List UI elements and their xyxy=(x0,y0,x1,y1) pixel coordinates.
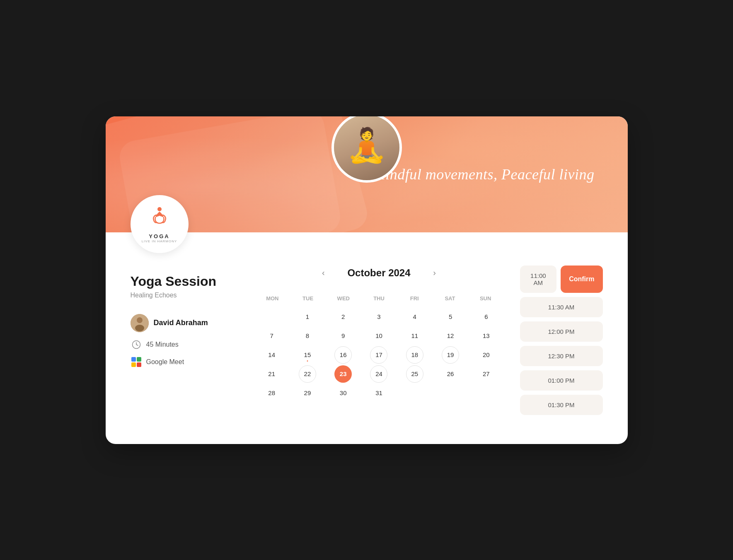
day-cell[interactable]: 12 xyxy=(442,327,459,345)
day-cell[interactable]: 20 xyxy=(477,346,495,364)
yoga-people-image xyxy=(334,116,399,180)
booking-card: YOGA Live in Harmony Mindful movements, … xyxy=(106,116,628,444)
instructor-avatar-banner xyxy=(331,116,402,183)
day-cell[interactable]: 5 xyxy=(442,308,459,326)
time-slot-1230[interactable]: 12:30 PM xyxy=(520,346,603,366)
day-cell-today[interactable]: 15 xyxy=(299,346,316,364)
weekday-sun: SUN xyxy=(468,292,503,305)
main-content: Yoga Session Healing Echoes David Abraha… xyxy=(106,232,628,444)
platform-row: Google Meet xyxy=(131,356,238,368)
day-cell-available[interactable]: 24 xyxy=(370,365,387,383)
time-slot-confirm-row: 11:00 AM Confirm xyxy=(520,266,603,293)
avatar xyxy=(131,314,149,332)
calendar-weekdays: MON TUE WED THU FRI SAT SUN xyxy=(255,292,503,305)
google-meet-icon xyxy=(131,356,142,368)
logo-text: YOGA xyxy=(149,233,169,239)
svg-point-2 xyxy=(137,317,143,323)
time-slot-1130[interactable]: 11:30 AM xyxy=(520,297,603,317)
day-cell[interactable]: 28 xyxy=(263,384,281,402)
weekday-wed: WED xyxy=(326,292,361,305)
day-cell-available[interactable]: 17 xyxy=(370,346,387,364)
time-slot-0130[interactable]: 01:30 PM xyxy=(520,395,603,415)
day-cell[interactable]: 4 xyxy=(406,308,423,326)
clock-icon xyxy=(131,339,142,350)
day-cell[interactable]: 31 xyxy=(370,384,387,402)
time-slot-1200[interactable]: 12:00 PM xyxy=(520,321,603,342)
day-cell[interactable]: 1 xyxy=(299,308,316,326)
day-cell[interactable]: 30 xyxy=(334,384,352,402)
time-slots-panel: 11:00 AM Confirm 11:30 AM 12:00 PM 12:30… xyxy=(520,266,603,419)
session-subtitle: Healing Echoes xyxy=(131,292,238,299)
duration-row: 45 Minutes xyxy=(131,339,238,350)
svg-point-0 xyxy=(157,207,162,211)
logo-circle: YOGA Live in Harmony xyxy=(131,195,189,253)
prev-month-button[interactable]: ‹ xyxy=(316,266,331,280)
day-cell-available[interactable]: 19 xyxy=(442,346,459,364)
weekday-mon: MON xyxy=(255,292,290,305)
instructor-name: David Abraham xyxy=(154,319,208,327)
day-cell[interactable]: 26 xyxy=(442,365,459,383)
yoga-logo-icon xyxy=(148,205,171,232)
day-cell[interactable]: 11 xyxy=(406,327,423,345)
day-cell-empty xyxy=(263,308,281,326)
day-cell-available[interactable]: 18 xyxy=(406,346,423,364)
day-cell[interactable]: 3 xyxy=(370,308,387,326)
next-month-button[interactable]: › xyxy=(427,266,442,280)
weekday-thu: THU xyxy=(361,292,397,305)
time-slot-0100[interactable]: 01:00 PM xyxy=(520,370,603,391)
day-cell[interactable]: 21 xyxy=(263,365,281,383)
calendar-grid: MON TUE WED THU FRI SAT SUN 1 2 3 4 5 6 xyxy=(255,292,503,402)
session-title: Yoga Session xyxy=(131,274,238,289)
left-panel: Yoga Session Healing Echoes David Abraha… xyxy=(131,266,238,419)
confirm-button[interactable]: Confirm xyxy=(561,266,602,293)
calendar-month-year: October 2024 xyxy=(347,267,410,279)
svg-point-3 xyxy=(135,325,144,331)
day-cell[interactable]: 27 xyxy=(477,365,495,383)
weekday-tue: TUE xyxy=(290,292,326,305)
calendar-section: ‹ October 2024 › MON TUE WED THU FRI SAT… xyxy=(255,266,503,419)
day-cell[interactable]: 29 xyxy=(299,384,316,402)
time-slot-selected-label[interactable]: 11:00 AM xyxy=(520,266,557,293)
day-cell-empty xyxy=(406,384,423,402)
day-cell-empty xyxy=(477,384,495,402)
duration-text: 45 Minutes xyxy=(146,341,179,348)
day-cell[interactable]: 2 xyxy=(334,308,352,326)
banner: YOGA Live in Harmony Mindful movements, … xyxy=(106,116,628,232)
day-cell-available[interactable]: 16 xyxy=(334,346,352,364)
day-cell-empty xyxy=(442,384,459,402)
banner-tagline: Mindful movements, Peaceful living xyxy=(373,166,595,183)
calendar-header: ‹ October 2024 › xyxy=(255,266,503,280)
day-cell[interactable]: 7 xyxy=(263,327,281,345)
calendar-days: 1 2 3 4 5 6 7 8 9 10 11 12 13 14 15 xyxy=(255,308,503,402)
day-cell-available[interactable]: 25 xyxy=(406,365,423,383)
day-cell[interactable]: 6 xyxy=(477,308,495,326)
day-cell[interactable]: 13 xyxy=(477,327,495,345)
day-cell[interactable]: 14 xyxy=(263,346,281,364)
weekday-sat: SAT xyxy=(432,292,468,305)
day-cell-available[interactable]: 22 xyxy=(299,365,316,383)
logo-subtext: Live in Harmony xyxy=(142,239,177,243)
weekday-fri: FRI xyxy=(397,292,432,305)
instructor-row: David Abraham xyxy=(131,314,238,332)
platform-text: Google Meet xyxy=(146,358,184,366)
day-cell[interactable]: 9 xyxy=(334,327,352,345)
day-cell[interactable]: 10 xyxy=(370,327,387,345)
day-cell[interactable]: 8 xyxy=(299,327,316,345)
day-cell-selected[interactable]: 23 xyxy=(334,365,352,383)
